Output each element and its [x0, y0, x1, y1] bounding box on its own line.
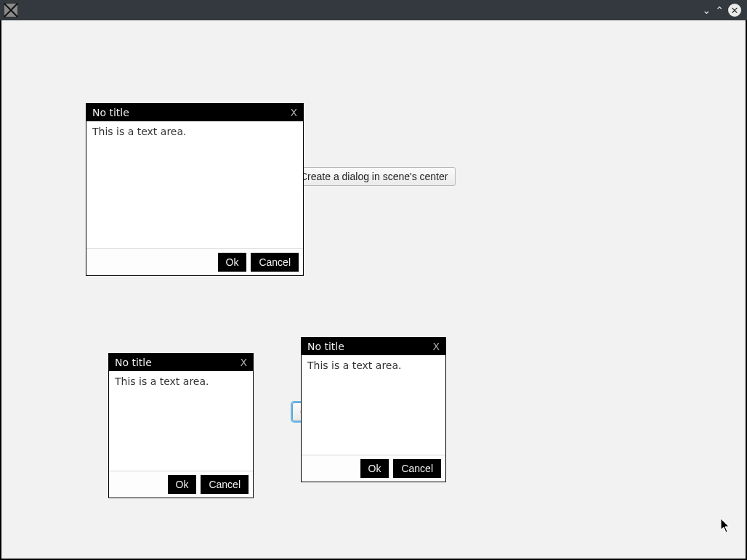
- dialog-close-icon[interactable]: X: [290, 107, 297, 118]
- cancel-button[interactable]: Cancel: [251, 253, 299, 272]
- cancel-button[interactable]: Cancel: [201, 475, 249, 494]
- dialog-close-icon[interactable]: X: [432, 341, 440, 352]
- x11-app-icon: [4, 3, 18, 17]
- dialog-titlebar[interactable]: No title X: [302, 338, 445, 355]
- dialog-window[interactable]: No title X Ok Cancel: [301, 337, 446, 482]
- dialog-textarea[interactable]: [86, 121, 303, 248]
- minimize-icon[interactable]: ⌄: [703, 4, 711, 16]
- dialog-title: No title: [92, 107, 290, 118]
- dialog-body: [86, 121, 303, 249]
- dialog-body: [302, 355, 445, 455]
- ok-button[interactable]: Ok: [168, 475, 197, 494]
- dialog-titlebar[interactable]: No title X: [86, 104, 303, 121]
- dialog-body: [109, 371, 253, 471]
- ok-button[interactable]: Ok: [218, 253, 247, 272]
- dialog-window[interactable]: No title X Ok Cancel: [108, 353, 254, 498]
- app-viewport: Create a dialog in scene's center Create…: [1, 20, 746, 559]
- close-icon[interactable]: ✕: [728, 4, 741, 17]
- cancel-button[interactable]: Cancel: [393, 459, 441, 478]
- create-dialog-center-button[interactable]: Create a dialog in scene's center: [292, 167, 456, 186]
- maximize-icon[interactable]: ⌃: [715, 4, 724, 16]
- window-controls: ⌄ ⌃ ✕: [703, 0, 741, 20]
- dialog-footer: Ok Cancel: [86, 249, 303, 275]
- dialog-textarea[interactable]: [302, 355, 445, 455]
- dialog-window[interactable]: No title X Ok Cancel: [86, 103, 304, 276]
- dialog-titlebar[interactable]: No title X: [109, 354, 253, 371]
- dialog-footer: Ok Cancel: [302, 455, 445, 482]
- dialog-title: No title: [115, 357, 240, 368]
- ok-button[interactable]: Ok: [360, 459, 389, 478]
- dialog-textarea[interactable]: [109, 371, 253, 471]
- dialog-title: No title: [307, 341, 432, 352]
- window-titlebar[interactable]: ⌄ ⌃ ✕: [0, 0, 747, 20]
- dialog-footer: Ok Cancel: [109, 471, 253, 498]
- mouse-cursor-icon: [721, 519, 731, 533]
- dialog-close-icon[interactable]: X: [240, 357, 247, 368]
